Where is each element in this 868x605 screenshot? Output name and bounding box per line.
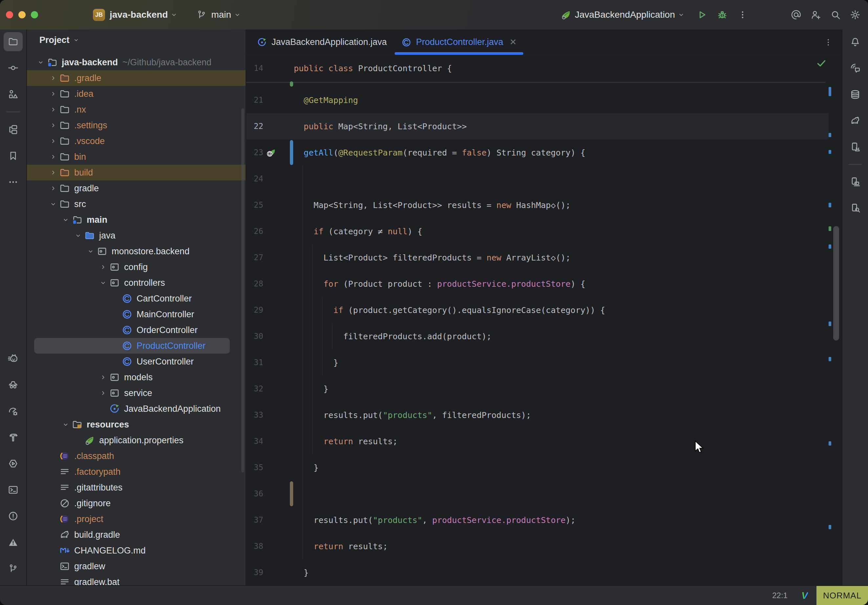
ai-assistant-button[interactable] bbox=[790, 9, 802, 20]
tool-database-button[interactable] bbox=[846, 85, 864, 104]
chevron-right-icon[interactable] bbox=[47, 106, 59, 113]
tool-profiler-button[interactable] bbox=[4, 402, 23, 421]
code-editor-area[interactable]: 14public class ProductController {21@Get… bbox=[246, 55, 842, 585]
tool-git-button[interactable] bbox=[4, 559, 23, 578]
close-tab-icon[interactable]: ✕ bbox=[510, 37, 517, 47]
tree-item-maincontroller[interactable]: MainController bbox=[27, 306, 246, 322]
tree-item--nx[interactable]: .nx bbox=[27, 102, 246, 118]
tree-item-controllers[interactable]: controllers bbox=[27, 275, 246, 291]
error-stripe-mark[interactable] bbox=[829, 357, 831, 361]
tool-commit-button[interactable] bbox=[4, 59, 23, 77]
chevron-right-icon[interactable] bbox=[97, 374, 109, 381]
chevron-right-icon[interactable] bbox=[97, 390, 109, 397]
minimize-window-button[interactable] bbox=[19, 11, 26, 19]
search-everywhere-button[interactable] bbox=[830, 9, 841, 20]
code-line-21[interactable]: 21@GetMapping bbox=[246, 87, 829, 113]
tab-options-button[interactable] bbox=[823, 29, 842, 55]
tree-item--gradle[interactable]: .gradle bbox=[27, 70, 246, 86]
tree-item--gitattributes[interactable]: .gitattributes bbox=[27, 480, 246, 495]
tool-gradle-button[interactable] bbox=[846, 111, 864, 130]
tree-item-models[interactable]: models bbox=[27, 370, 246, 385]
tree-item--settings[interactable]: .settings bbox=[27, 118, 246, 133]
close-window-button[interactable] bbox=[6, 11, 13, 19]
code-line-35[interactable]: 35} bbox=[246, 454, 829, 481]
tree-item-java-backend[interactable]: java-backend~/Github/java-backend bbox=[27, 54, 246, 70]
tool-device-manager-button[interactable] bbox=[846, 138, 864, 156]
tree-item-cartcontroller[interactable]: CartController bbox=[27, 291, 246, 306]
tool-warnings-button[interactable] bbox=[4, 533, 23, 552]
tree-item--gitignore[interactable]: .gitignore bbox=[27, 495, 246, 511]
tree-item-src[interactable]: src bbox=[27, 196, 246, 212]
tree-item-main[interactable]: main bbox=[27, 212, 246, 228]
tool-copilot-button[interactable] bbox=[4, 349, 23, 368]
code-with-me-button[interactable] bbox=[810, 9, 822, 20]
editor-scrollbar[interactable] bbox=[833, 226, 839, 340]
tree-item-javabackendapplication[interactable]: JavaBackendApplication bbox=[27, 401, 246, 417]
code-line-34[interactable]: 34return results; bbox=[246, 428, 829, 454]
chevron-right-icon[interactable] bbox=[47, 122, 59, 129]
tool-more-button[interactable] bbox=[4, 173, 23, 192]
tree-item-service[interactable]: service bbox=[27, 385, 246, 401]
error-stripe-mark[interactable] bbox=[829, 244, 831, 249]
project-tree-scrollbar[interactable] bbox=[241, 108, 244, 472]
tree-item-gradle[interactable]: gradle bbox=[27, 181, 246, 196]
run-configuration-widget[interactable]: JavaBackendApplication bbox=[560, 9, 685, 20]
chevron-right-icon[interactable] bbox=[97, 263, 109, 271]
tree-item--idea[interactable]: .idea bbox=[27, 86, 246, 102]
code-line-33[interactable]: 33results.put("products", filteredProduc… bbox=[246, 402, 829, 428]
tool-layout-inspector-button[interactable] bbox=[846, 199, 864, 217]
code-line-39[interactable]: 39} bbox=[246, 559, 829, 585]
tool-services-button[interactable] bbox=[4, 454, 23, 473]
tree-item-java[interactable]: java bbox=[27, 228, 246, 243]
run-button[interactable] bbox=[693, 6, 710, 23]
editor-tab-productcontroller-java[interactable]: ProductController.java✕ bbox=[394, 29, 524, 55]
error-stripe-mark[interactable] bbox=[829, 441, 831, 446]
caret-position[interactable]: 22:1 bbox=[772, 591, 787, 600]
error-stripe-mark[interactable] bbox=[829, 525, 831, 529]
chevron-down-icon[interactable] bbox=[97, 279, 109, 286]
zoom-window-button[interactable] bbox=[31, 11, 38, 19]
chevron-down-icon[interactable] bbox=[60, 216, 71, 223]
chevron-right-icon[interactable] bbox=[47, 74, 59, 82]
tool-privacy-button[interactable] bbox=[4, 375, 23, 395]
chevron-right-icon[interactable] bbox=[47, 169, 59, 176]
tool-problems-button[interactable] bbox=[4, 507, 23, 526]
chevron-right-icon[interactable] bbox=[47, 153, 59, 161]
rest-endpoint-gutter-icon[interactable] bbox=[265, 147, 276, 158]
code-line-38[interactable]: 38return results; bbox=[246, 533, 829, 559]
chevron-right-icon[interactable] bbox=[47, 185, 59, 192]
tree-item-bin[interactable]: bin bbox=[27, 149, 246, 165]
tree-item-usercontroller[interactable]: UserController bbox=[27, 354, 246, 370]
chevron-down-icon[interactable] bbox=[60, 421, 71, 428]
code-line-36[interactable]: 36 bbox=[246, 481, 829, 507]
project-panel-header[interactable]: Project bbox=[27, 29, 246, 51]
tool-running-devices-button[interactable] bbox=[846, 173, 864, 191]
tool-ai-chat-button[interactable] bbox=[846, 59, 864, 77]
chevron-down-icon[interactable] bbox=[85, 248, 96, 255]
chevron-right-icon[interactable] bbox=[47, 90, 59, 97]
chevron-down-icon[interactable] bbox=[72, 232, 84, 239]
chevron-down-icon[interactable] bbox=[47, 200, 59, 208]
editor-tab-javabackendapplication-java[interactable]: JavaBackendApplication.java bbox=[250, 29, 394, 55]
code-line-26[interactable]: 26if (category ≠ null) { bbox=[246, 218, 829, 244]
error-stripe-mark[interactable] bbox=[829, 322, 831, 326]
tool-build-button[interactable] bbox=[4, 428, 23, 447]
code-line-24[interactable]: 24 bbox=[246, 166, 829, 192]
code-line-31[interactable]: 31} bbox=[246, 350, 829, 376]
chevron-down-icon[interactable] bbox=[35, 59, 46, 66]
error-stripe-mark[interactable] bbox=[829, 203, 831, 207]
code-line-29[interactable]: 29if (product.getCategory().equalsIgnore… bbox=[246, 297, 829, 323]
tool-project-button[interactable] bbox=[4, 32, 23, 51]
error-stripe-mark[interactable] bbox=[829, 133, 831, 137]
code-line-27[interactable]: 27List<Product> filteredProducts = new A… bbox=[246, 244, 829, 271]
tree-item-gradlew-bat[interactable]: gradlew.bat bbox=[27, 574, 246, 585]
error-stripe-mark[interactable] bbox=[829, 226, 831, 231]
code-line-37[interactable]: 37results.put("products", productService… bbox=[246, 507, 829, 533]
code-line-23[interactable]: 23getAll(@RequestParam(required = false)… bbox=[246, 139, 829, 166]
tree-item-application-properties[interactable]: application.properties bbox=[27, 432, 246, 448]
error-stripe-mark[interactable] bbox=[829, 87, 831, 96]
tree-item-build[interactable]: build bbox=[27, 165, 246, 181]
tree-item-config[interactable]: config bbox=[27, 259, 246, 275]
tree-item--vscode[interactable]: .vscode bbox=[27, 133, 246, 149]
tree-item--classpath[interactable]: .classpath bbox=[27, 448, 246, 464]
